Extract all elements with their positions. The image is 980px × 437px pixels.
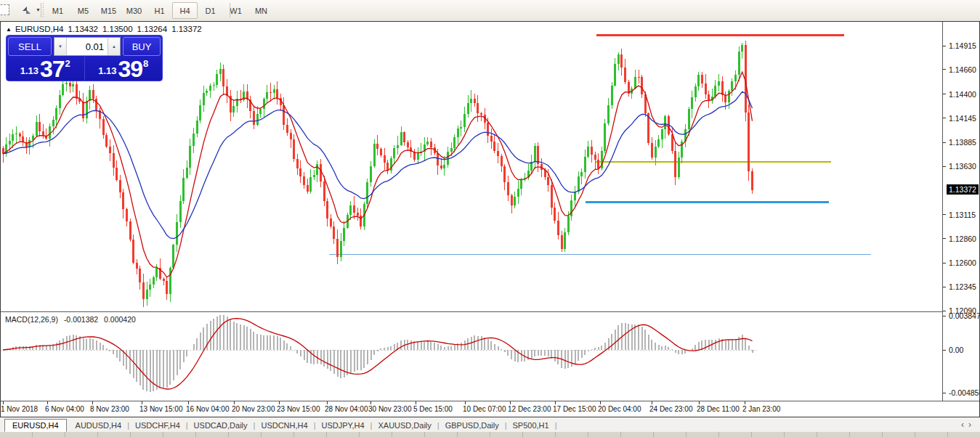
time-tick-label: 28 Dec 11:00 bbox=[697, 405, 740, 413]
price-tick-label: 1.12345 bbox=[949, 282, 976, 291]
time-tick-mark bbox=[600, 401, 601, 404]
time-tick-mark bbox=[416, 401, 416, 404]
time-tick-label: 28 Nov 04:00 bbox=[325, 405, 368, 413]
chart-window: 1.149151.146601.144001.141451.138851.136… bbox=[0, 21, 980, 417]
time-tick-label: 24 Dec 23:00 bbox=[649, 405, 693, 413]
chart-tab-sp500[interactable]: SP500,H1 bbox=[507, 419, 555, 432]
time-tick-mark bbox=[92, 401, 93, 404]
volume-decrease-icon[interactable]: ▼ bbox=[54, 38, 67, 55]
timeframe-button-w1[interactable]: W1 bbox=[223, 2, 248, 19]
trade-panel-controls: SELL ▼ 0.01 ▲ BUY bbox=[8, 37, 161, 56]
price-axis: 1.149151.146601.144001.141451.138851.136… bbox=[943, 22, 979, 401]
time-tick-mark bbox=[279, 401, 280, 404]
macd-signal-value: 0.000420 bbox=[104, 315, 136, 324]
price-tick-mark bbox=[943, 311, 946, 311]
price-tick-label: 1.14400 bbox=[949, 90, 976, 99]
chart-tab-audusd[interactable]: AUDUSD,H4 bbox=[70, 419, 128, 432]
ohlc-close: 1.13372 bbox=[171, 25, 202, 33]
chart-tab-usdcad[interactable]: USDCAD,Daily bbox=[188, 419, 254, 432]
timeframe-button-m15[interactable]: M15 bbox=[96, 2, 121, 19]
chart-tab-usdcnh[interactable]: USDCNH,H4 bbox=[255, 419, 313, 432]
chart-tab-gbpusd[interactable]: GBPUSD,Daily bbox=[440, 419, 505, 432]
toolbar: ▼ M1M5M15M30H1H4D1W1MN bbox=[0, 0, 980, 22]
timeframe-button-mn[interactable]: MN bbox=[248, 2, 274, 19]
time-tick-mark bbox=[327, 401, 328, 404]
macd-label: MACD(12,26,9) -0.001382 0.000420 bbox=[5, 315, 139, 324]
panel-separator[interactable] bbox=[1, 311, 979, 312]
ohlc-low: 1.13264 bbox=[137, 25, 168, 33]
sell-price-prefix: 1.13 bbox=[20, 65, 39, 76]
macd-name: MACD(12,26,9) bbox=[5, 315, 58, 324]
sell-price[interactable]: 1.13 37 2 bbox=[7, 57, 84, 81]
mt4-application-window: ▼ M1M5M15M30H1H4D1W1MN 1.149151.146601.1… bbox=[0, 0, 980, 437]
selection-tool-icon[interactable] bbox=[0, 4, 9, 15]
time-tick-label: 6 Nov 04:00 bbox=[45, 405, 84, 413]
timeframe-button-h1[interactable]: H1 bbox=[147, 2, 172, 19]
time-tick-label: 1 Nov 2018 bbox=[1, 405, 38, 413]
price-tick-mark bbox=[943, 238, 946, 239]
timeframe-button-h4[interactable]: H4 bbox=[172, 2, 198, 19]
buy-price-prefix: 1.13 bbox=[98, 65, 116, 76]
horizontal-scrollbar[interactable] bbox=[0, 432, 980, 437]
time-tick-label: 2 Jan 23:00 bbox=[742, 405, 780, 413]
time-tick-mark bbox=[510, 401, 511, 404]
time-tick-mark bbox=[142, 401, 142, 404]
price-tick-label: 1.13630 bbox=[949, 162, 976, 171]
buy-price-sup: 8 bbox=[143, 58, 148, 69]
price-tick-mark bbox=[943, 263, 946, 264]
timeframe-button-m1[interactable]: M1 bbox=[45, 2, 70, 19]
time-tick-mark bbox=[555, 401, 556, 404]
toolbar-grip[interactable] bbox=[41, 3, 44, 17]
current-price-tag: 1.13372 bbox=[947, 184, 979, 195]
price-tick-label: 1.13885 bbox=[949, 138, 976, 147]
price-tick-mark bbox=[943, 214, 946, 215]
volume-value[interactable]: 0.01 bbox=[67, 38, 108, 55]
volume-increase-icon[interactable]: ▲ bbox=[108, 38, 120, 55]
price-tick-mark bbox=[943, 287, 946, 287]
chart-tab-eurusd[interactable]: EURUSD,H4 bbox=[4, 419, 67, 432]
timeframe-button-m5[interactable]: M5 bbox=[70, 2, 96, 19]
time-tick-mark bbox=[188, 401, 189, 404]
buy-button[interactable]: BUY bbox=[123, 37, 161, 56]
tabs-scroll-right-icon[interactable]: › bbox=[968, 420, 976, 430]
tabs-scroll-arrows[interactable]: ‹› bbox=[961, 420, 976, 430]
timeframe-button-d1[interactable]: D1 bbox=[198, 2, 223, 19]
macd-tick-mark bbox=[943, 350, 946, 351]
chart-symbol-label: EURUSD,H4 bbox=[15, 25, 63, 33]
time-tick-label: 10 Dec 07:00 bbox=[463, 405, 506, 413]
macd-indicator-canvas[interactable] bbox=[1, 313, 942, 401]
one-click-collapse-icon[interactable]: ▲ bbox=[6, 26, 12, 33]
chart-title: ▲ EURUSD,H4 1.13432 1.13500 1.13264 1.13… bbox=[6, 25, 202, 33]
time-tick-label: 8 Nov 23:00 bbox=[90, 405, 129, 413]
dropdown-caret-icon[interactable]: ▼ bbox=[36, 7, 41, 12]
sell-price-big: 37 bbox=[40, 60, 65, 79]
chart-tab-xauusd[interactable]: XAUUSD,Daily bbox=[372, 419, 437, 432]
price-tick-label: 1.12860 bbox=[949, 234, 976, 243]
time-tick-label: 23 Nov 15:00 bbox=[277, 405, 320, 413]
macd-tick-label: 0.003847 bbox=[949, 311, 980, 320]
tile-windows-icon[interactable] bbox=[20, 4, 34, 16]
tabs-scroll-left-icon[interactable]: ‹ bbox=[961, 420, 968, 430]
macd-tick-label: 0.00 bbox=[949, 346, 963, 354]
macd-tick-label: -0.004856 bbox=[949, 388, 980, 397]
price-tick-mark bbox=[943, 166, 946, 167]
macd-tick-mark bbox=[943, 316, 946, 316]
chart-tabs-bar: EURUSD,H4AUDUSD,H4|USDCHF,H4|USDCAD,Dail… bbox=[0, 417, 980, 433]
price-tick-mark bbox=[943, 118, 946, 118]
chart-tab-usdjpy[interactable]: USDJPY,H4 bbox=[315, 419, 370, 432]
price-tick-mark bbox=[943, 46, 946, 46]
timeframe-button-m30[interactable]: M30 bbox=[121, 2, 147, 19]
time-tick-label: 17 Dec 15:00 bbox=[553, 405, 596, 413]
time-tick-mark bbox=[47, 401, 48, 404]
time-tick-label: 13 Nov 15:00 bbox=[139, 405, 183, 413]
price-tick-label: 1.13115 bbox=[949, 211, 976, 219]
time-tick-label: 12 Dec 23:00 bbox=[508, 405, 551, 413]
chart-tab-usdchf[interactable]: USDCHF,H4 bbox=[129, 419, 186, 432]
time-tick-label: 5 Dec 15:00 bbox=[413, 405, 453, 413]
time-tick-mark bbox=[699, 401, 700, 404]
macd-tick-mark bbox=[943, 393, 946, 393]
sell-button[interactable]: SELL bbox=[8, 37, 52, 56]
time-tick-mark bbox=[745, 401, 745, 404]
buy-price[interactable]: 1.13 39 8 bbox=[84, 57, 163, 81]
price-tick-label: 1.12600 bbox=[949, 258, 976, 267]
